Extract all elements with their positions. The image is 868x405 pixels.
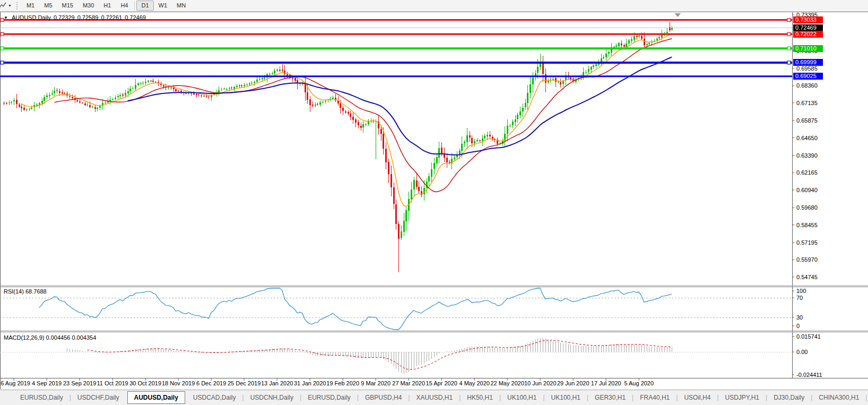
chart-tab-UK100-H1[interactable]: UK100,H1 [501, 391, 543, 405]
date-tick-label: 6 Dec 2019 [196, 380, 226, 386]
rsi-axis-label: 0 [796, 323, 800, 329]
hline-price-badge: 0.69999 [793, 59, 823, 66]
date-tick-label: 29 Jun 2020 [557, 380, 589, 386]
line-handle[interactable] [787, 47, 791, 50]
chart-tab-CHINA300-H1[interactable]: CHINA300,H1 [812, 391, 865, 405]
date-tick-label: 17 Jul 2020 [591, 380, 621, 386]
price-tick-label: 0.62165 [796, 169, 818, 176]
timeframe-button-M30[interactable]: M30 [78, 1, 99, 11]
top-toolbar: ▼ M1M5M15M30H1H4D1W1MN [0, 0, 868, 12]
chart-tab-USOil-H4[interactable]: USOil,H4 [678, 391, 717, 405]
line-handle[interactable] [1, 47, 4, 50]
date-tick-label: 13 Jan 2020 [261, 380, 293, 386]
line-handle[interactable] [787, 61, 791, 64]
chart-tab-XAUUSD-H1[interactable]: XAUUSD,H1 [410, 391, 459, 405]
ohlc-low: 0.72261 [101, 14, 122, 21]
chart-tab-USDCNH-Daily[interactable]: USDCNH,Daily [244, 391, 300, 405]
price-tick-label: 0.63390 [796, 152, 818, 159]
date-tick-label: 16 Aug 2019 [0, 380, 30, 386]
macd-indicator-label: MACD(12,26,9) 0.004456 0.004354 [4, 334, 96, 341]
timeframe-button-group: M1M5M15M30H1H4D1W1MN [22, 1, 190, 11]
line-handle[interactable] [787, 32, 791, 36]
date-tick-label: 4 May 2020 [459, 380, 489, 386]
chart-tab-EURUSD-Daily[interactable]: EURUSD,Daily [301, 391, 357, 405]
price-tick-label: 0.69585 [796, 65, 818, 72]
chevron-down-icon[interactable]: ▼ [8, 4, 12, 7]
date-tick-label: 18 Nov 2019 [162, 380, 195, 386]
price-tick-label: 0.58455 [796, 222, 818, 228]
price-tick-label: 0.59680 [796, 204, 818, 211]
rsi-indicator-label: RSI(14) 68.7688 [4, 288, 47, 295]
price-axis[interactable]: 0.733950.708450.695850.683600.671350.658… [793, 0, 868, 405]
date-tick-label: 22 May 2020 [490, 380, 524, 386]
date-tick-label: 27 Mar 2020 [392, 380, 425, 386]
ohlc-open: 0.72329 [54, 14, 75, 21]
chart-tab-GBPUSD-H4[interactable]: GBPUSD,H4 [359, 391, 408, 405]
date-tick-label: 25 Dec 2019 [228, 380, 261, 386]
chart-tab-FRA40-H1[interactable]: FRA40,H1 [633, 391, 676, 405]
rsi-axis-label: 70 [796, 295, 803, 301]
line-handle[interactable] [1, 32, 4, 36]
rsi-axis-label: 30 [796, 314, 803, 321]
price-tick-label: 0.60940 [796, 187, 818, 193]
timeframe-button-H4[interactable]: H4 [116, 1, 133, 11]
hline-price-badge: 0.73033 [793, 16, 823, 23]
chart-tab-EURUSD-Daily[interactable]: EURUSD,Daily [14, 391, 70, 405]
hline-price-badge: 0.69025 [793, 73, 823, 80]
chart-tab-AUDUSD-Daily[interactable]: AUDUSD,Daily [127, 391, 185, 404]
timeframe-button-M5[interactable]: M5 [39, 1, 57, 11]
price-tick-label: 0.57195 [796, 239, 818, 246]
date-tick-label: 4 Sep 2019 [32, 380, 62, 386]
hline-price-badge: 0.72022 [793, 31, 823, 38]
timeframe-button-D1[interactable]: D1 [136, 1, 153, 11]
chart-tab-HK50-H1[interactable]: HK50,H1 [461, 391, 499, 405]
timeframe-button-MN[interactable]: MN [172, 1, 190, 11]
date-tick-label: 19 Feb 2020 [326, 380, 359, 386]
date-tick-label: 15 Apr 2020 [426, 380, 457, 386]
date-tick-label: 30 Oct 2019 [129, 380, 161, 386]
macd-axis-label: -0.024411 [796, 372, 822, 378]
chart-tab-USDCHF-Daily[interactable]: USDCHF,Daily [71, 391, 126, 405]
macd-axis-label: 0.015741 [796, 333, 821, 340]
date-axis[interactable]: 16 Aug 20194 Sep 201923 Sep 201911 Oct 2… [0, 379, 792, 390]
date-tick-label: 5 Aug 2020 [624, 380, 654, 386]
window-collapse-icon[interactable]: ▼ [4, 15, 8, 20]
chart-tab-GER30-H1[interactable]: GER30,H1 [588, 391, 632, 405]
price-tick-label: 0.64650 [796, 135, 818, 141]
timeframe-button-H1[interactable]: H1 [99, 1, 116, 11]
chart-tab-bar: EURUSD,Daily|USDCHF,DailyAUDUSD,DailyUSD… [0, 390, 868, 405]
line-handle[interactable] [1, 61, 4, 64]
ohlc-close: 0.72469 [125, 14, 146, 21]
price-tick-label: 0.65875 [796, 117, 818, 124]
chart-tab-UK100-H1[interactable]: UK100,H1 [545, 391, 587, 405]
symbol-label: AUDUSD,Daily [12, 14, 51, 21]
price-tick-label: 0.54745 [796, 274, 818, 280]
ohlc-high: 0.72589 [77, 14, 99, 21]
toolbar-separator [134, 2, 135, 10]
price-tick-label: 0.68360 [796, 82, 818, 89]
line-handle[interactable] [787, 19, 791, 22]
date-tick-label: 23 Sep 2019 [63, 380, 96, 386]
timeframe-button-M15[interactable]: M15 [57, 1, 78, 11]
chart-canvas[interactable] [0, 0, 868, 405]
price-tick-label: 0.55970 [796, 256, 818, 263]
line-studies-icon[interactable] [0, 2, 7, 10]
chart-tab-USDCAD-Daily[interactable]: USDCAD,Daily [187, 391, 242, 405]
date-tick-label: 31 Jan 2020 [294, 380, 326, 386]
macd-axis-label: 0.00 [796, 349, 808, 355]
price-tick-label: 0.67135 [796, 100, 818, 106]
chart-tab-USDJPY-H1[interactable]: USDJPY,H1 [719, 391, 766, 405]
chart-tab-DJ30-Daily[interactable]: DJ30,Daily [767, 391, 811, 405]
timeframe-button-W1[interactable]: W1 [154, 1, 172, 11]
hline-price-badge: 0.71010 [793, 45, 823, 52]
date-tick-label: 9 Mar 2020 [361, 380, 390, 386]
timeframe-button-M1[interactable]: M1 [22, 1, 39, 11]
chart-window-title: ▼ AUDUSD,Daily 0.72329 0.72589 0.72261 0… [4, 14, 146, 21]
date-tick-label: 11 Oct 2019 [97, 380, 128, 386]
toolbar-grip[interactable] [16, 2, 18, 10]
rsi-axis-label: 100 [796, 288, 806, 294]
date-tick-label: 10 Jun 2020 [524, 380, 557, 386]
